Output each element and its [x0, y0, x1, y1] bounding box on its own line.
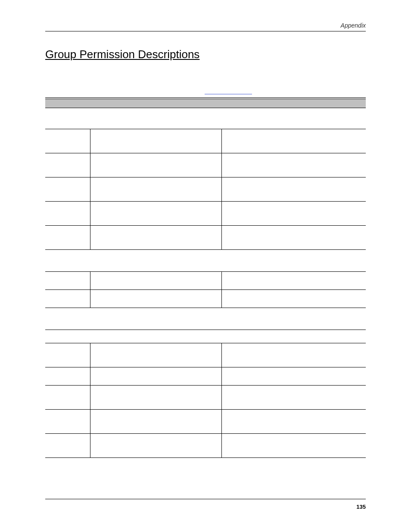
table-row [45, 202, 366, 226]
page-header: Appendix [45, 22, 366, 31]
table-row [45, 367, 366, 386]
link-underline [205, 88, 252, 94]
table-row [45, 386, 366, 410]
table-row [45, 290, 366, 308]
section-divider [45, 330, 366, 330]
page-footer: 135 [45, 499, 366, 510]
table-row [45, 343, 366, 367]
table-row [45, 272, 366, 290]
permissions-table-1 [45, 129, 366, 250]
table-row [45, 226, 366, 250]
table-row [45, 434, 366, 458]
top-rule [45, 97, 366, 98]
permissions-table-3 [45, 343, 366, 458]
page-number: 135 [356, 504, 366, 510]
page-title: Group Permission Descriptions [45, 48, 366, 61]
table-row [45, 129, 366, 153]
table-row [45, 153, 366, 177]
table-row [45, 410, 366, 434]
header-section-label: Appendix [341, 22, 366, 29]
table-row [45, 177, 366, 202]
intro-link-row [45, 87, 366, 95]
section-header-bar [45, 99, 366, 108]
permissions-table-2 [45, 271, 366, 308]
